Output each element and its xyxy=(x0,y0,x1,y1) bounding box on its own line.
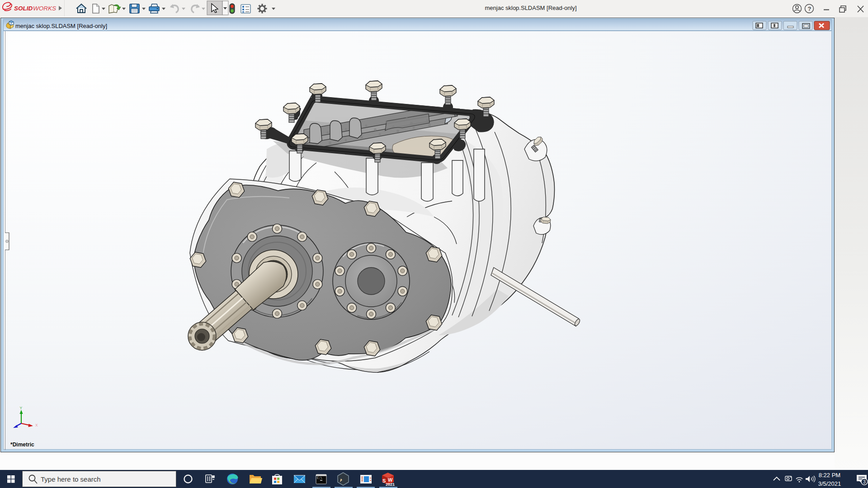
svg-text:3/5/2021: 3/5/2021 xyxy=(818,480,841,487)
svg-text:Y: Y xyxy=(20,406,23,410)
svg-text:2021: 2021 xyxy=(386,482,395,487)
svg-text:3: 3 xyxy=(863,479,866,484)
svg-text:C:\: C:\ xyxy=(317,477,322,480)
svg-text:WORKS: WORKS xyxy=(33,5,56,12)
svg-text:SOLID: SOLID xyxy=(14,5,33,12)
svg-text:?: ? xyxy=(808,5,811,12)
svg-text:8:22 PM: 8:22 PM xyxy=(819,472,840,479)
svg-text:X: X xyxy=(35,423,38,427)
